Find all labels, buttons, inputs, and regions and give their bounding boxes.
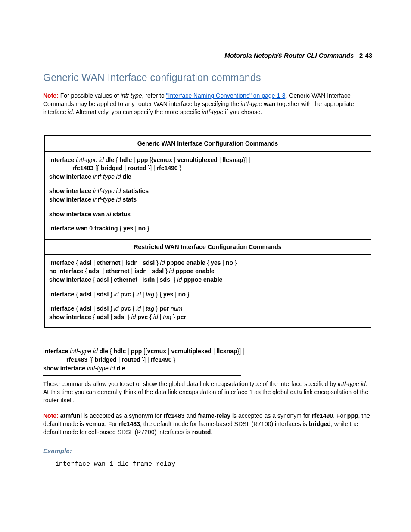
divider [43, 375, 241, 376]
cmd-kw: sdsl [160, 276, 174, 283]
note-text: if you choose. [223, 109, 262, 115]
cmd-kw: vcmultiplexed [177, 156, 219, 163]
cmd-kw: pcr [159, 305, 171, 312]
cmd-line: interface { adsl | ethernet | isdn | sds… [49, 259, 366, 268]
cmd-sym: | [110, 314, 114, 320]
cmd-kw: adsl [80, 305, 93, 312]
cmd-line: interface intf-type id dle { hdlc | ppp … [43, 347, 372, 356]
note-bold: routed [192, 429, 211, 436]
cmd-sym: { [76, 259, 80, 266]
note-text: and [184, 412, 198, 419]
cmd-sym: [{ [149, 156, 153, 163]
divider [43, 345, 241, 345]
cmd-kw: pvc [121, 291, 133, 298]
cmd-kw: hdlc [113, 348, 128, 355]
cmd-sym: { [76, 305, 80, 312]
cmd-kw: adsl [80, 291, 93, 298]
cmd-param: id [131, 314, 137, 320]
cmd-sym: | [168, 348, 171, 355]
cmd-group: interface { adsl | sdsl } id pvc { id | … [49, 305, 366, 321]
section-title: Generic WAN Interface configuration comm… [43, 72, 372, 84]
interface-naming-link[interactable]: "Interface Naming Conventions" on page 1… [166, 92, 286, 99]
cmd-kw: ppp [131, 348, 144, 355]
cmd-param: intf-type id [70, 348, 99, 355]
note-bold: bridged [309, 420, 331, 427]
cmd-sym: { [93, 314, 97, 320]
cmd-sym: } [110, 291, 114, 298]
cmd-sym: | [131, 268, 134, 274]
cmd-kw: adsl [97, 276, 111, 283]
cmd-sym: } [165, 268, 169, 274]
cmd-line: show interface intf-type id dle [43, 364, 372, 373]
note-bold: ppp [347, 412, 358, 419]
note-text: . [211, 429, 212, 436]
cmd-sym: [{ [143, 348, 147, 355]
cmd-group: show interface intf-type id statistics s… [49, 187, 366, 204]
cmd-param: id [160, 259, 167, 266]
cmd-line: interface { adsl | sdsl } id pvc { id | … [49, 305, 366, 313]
cmd-kw: yes [211, 259, 222, 266]
cmd-sym: { [133, 291, 137, 298]
cmd-sym: }] | [148, 165, 157, 171]
cmd-kw: vcmux [153, 156, 174, 163]
cmd-sym: { [76, 291, 80, 298]
cmd-sym: } [173, 314, 177, 320]
cmd-sym: } [180, 165, 182, 171]
cmd-kw: pvc [137, 314, 149, 320]
cmd-kw: isdn [134, 268, 149, 274]
cmd-kw: status [113, 211, 131, 218]
note-text: . Alternatively, you can specify the mor… [73, 109, 202, 115]
cmd-sym: { [133, 305, 137, 312]
cmd-sym: } [147, 225, 149, 232]
cmd-kw: ppp [137, 156, 150, 163]
note-text: , the default mode for frame-based SDSL … [140, 420, 309, 427]
cmd-param: id [136, 291, 143, 298]
cmd-kw: dle [100, 348, 110, 355]
note-bold: frame-relay [198, 412, 231, 419]
cmd-kw: pcr [177, 314, 186, 320]
note-text: . For [333, 412, 347, 419]
cmd-group: interface { adsl | ethernet | isdn | sds… [49, 259, 366, 284]
table-header-generic: Generic WAN Interface Configuration Comm… [45, 136, 371, 152]
cmd-kw: adsl [80, 259, 93, 266]
cmd-line: show interface { adsl | ethernet | isdn … [49, 276, 366, 284]
cmd-group: show interface wan id status [49, 210, 366, 219]
cmd-kw: show interface [49, 196, 93, 203]
cmd-group: interface wan 0 tracking { yes | no } [49, 224, 366, 233]
cmd-kw: show interface [43, 365, 87, 372]
note-bold: wan [262, 100, 275, 107]
description-paragraph: These commands allow you to set or show … [43, 380, 372, 404]
note-text: , refer to [142, 92, 166, 99]
cmd-kw: pppoe enable [184, 276, 222, 283]
note-block-2: Note: atmfuni is accepted as a synonym f… [43, 412, 372, 436]
cmd-kw: interface [43, 348, 70, 355]
note-text: is accepted as a synonym for [82, 412, 163, 419]
table-body-restricted: interface { adsl | ethernet | isdn | sds… [45, 255, 371, 328]
divider [43, 410, 241, 410]
cmd-kw: rfc1490 [157, 165, 180, 171]
cmd-kw: routed [128, 165, 148, 171]
cmd-sym: } [174, 356, 176, 363]
table-body-generic: interface intf-type id dle { hdlc | ppp … [45, 152, 371, 239]
cmd-param: intf-type id [93, 187, 122, 194]
cmd-param: num [171, 305, 182, 312]
cmd-kw: interface [49, 291, 76, 298]
cmd-sym: { [93, 276, 97, 283]
cmd-kw: dle [106, 156, 116, 163]
cmd-kw: sdsl [97, 291, 110, 298]
cmd-sym: | [149, 268, 152, 274]
cmd-sym: }] | [237, 348, 244, 355]
cmd-sym: | [174, 156, 177, 163]
cmd-kw: pvc [121, 305, 133, 312]
note-italic: intf-type [121, 92, 142, 99]
cmd-sym: | [122, 259, 125, 266]
cmd-sym: } [174, 276, 177, 283]
note-label: Note: [43, 92, 59, 99]
cmd-kw: interface [49, 156, 76, 163]
note-italic: id [68, 109, 73, 115]
cmd-kw: dle [116, 365, 125, 372]
divider [43, 439, 241, 439]
cmd-sym: } [187, 291, 190, 298]
cmd-kw: no [178, 291, 187, 298]
cmd-kw: interface wan 0 tracking [49, 225, 119, 232]
